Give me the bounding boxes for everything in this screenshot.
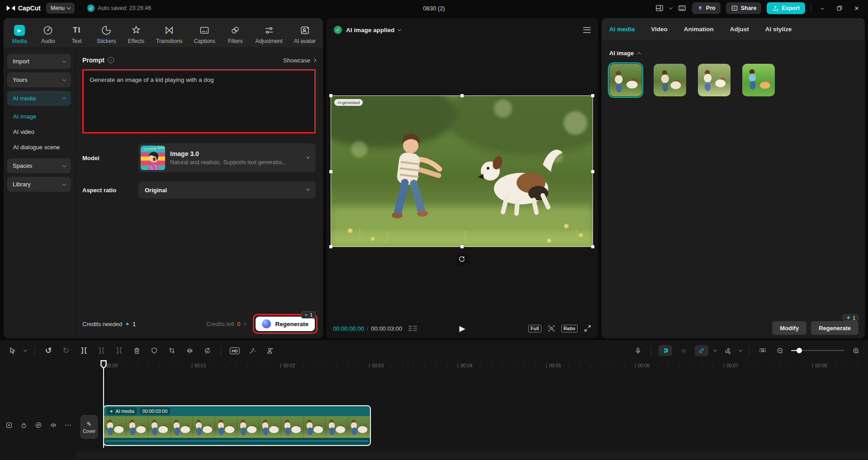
- variant-thumbnail-4[interactable]: [742, 64, 775, 96]
- empty-track[interactable]: [77, 451, 868, 459]
- tab-ai-avatar[interactable]: AI avatar: [294, 24, 316, 44]
- play-button[interactable]: ▶: [459, 324, 465, 333]
- info-icon[interactable]: i: [108, 57, 114, 63]
- frame-view-icon[interactable]: [408, 326, 417, 331]
- cursor-link-chevron-icon[interactable]: [739, 348, 742, 351]
- selection-handle[interactable]: [329, 245, 332, 248]
- tab-media[interactable]: ▶ Media: [11, 24, 28, 44]
- variant-thumbnail-1[interactable]: [609, 64, 642, 96]
- cursor-link-icon[interactable]: [722, 345, 734, 356]
- cover-button[interactable]: ✎ Cover: [81, 415, 98, 439]
- split-icon[interactable]: ][: [78, 345, 90, 356]
- export-button[interactable]: Export: [767, 2, 805, 14]
- playhead-line[interactable]: [103, 362, 104, 448]
- ai-image-section-header[interactable]: AI image: [609, 50, 857, 57]
- credits-left-link[interactable]: Credits left 0: [206, 321, 246, 327]
- tab-transitions[interactable]: Transitions: [156, 24, 182, 44]
- select-cursor-icon[interactable]: [6, 345, 18, 356]
- character-add-icon[interactable]: [264, 345, 276, 356]
- sidebar-item-import[interactable]: Import: [7, 54, 71, 69]
- regenerate-variant-button[interactable]: Regenerate: [811, 321, 859, 335]
- selection-handle[interactable]: [329, 170, 332, 173]
- tab-effects[interactable]: Effects: [128, 24, 145, 44]
- lock-track-icon[interactable]: [20, 422, 27, 429]
- refresh-image-button[interactable]: [455, 252, 469, 266]
- delete-left-icon[interactable]: ][: [95, 345, 107, 356]
- menu-button[interactable]: Menu: [46, 3, 75, 14]
- sidebar-item-spaces[interactable]: Spaces: [7, 158, 71, 173]
- close-button[interactable]: ✕: [851, 5, 863, 12]
- playhead-handle[interactable]: [100, 360, 107, 369]
- tab-filters[interactable]: Filters: [227, 24, 244, 44]
- tab-ai-media[interactable]: AI media: [609, 26, 635, 33]
- timeline-zoom-slider[interactable]: [791, 350, 844, 351]
- auto-link-icon[interactable]: [695, 345, 708, 356]
- hd-quality-icon[interactable]: HD: [229, 345, 241, 356]
- ratio-button[interactable]: Ratio: [561, 325, 578, 332]
- preview-axis-icon[interactable]: [757, 345, 768, 356]
- minimize-button[interactable]: –: [816, 5, 828, 12]
- track-preview-icon[interactable]: [5, 422, 13, 429]
- selection-handle[interactable]: [460, 94, 464, 97]
- tab-adjust[interactable]: Adjust: [730, 26, 749, 33]
- magic-wand-icon[interactable]: [247, 345, 258, 356]
- sidebar-item-ai-video[interactable]: AI video: [7, 125, 71, 138]
- showcase-link[interactable]: Showcase: [283, 57, 316, 64]
- zoom-in-icon[interactable]: [850, 345, 862, 356]
- restore-button[interactable]: [834, 5, 845, 11]
- prompt-input[interactable]: Generate an image of a kid playing with …: [82, 69, 316, 133]
- full-quality-button[interactable]: Full: [528, 325, 541, 332]
- magnet-snap-icon[interactable]: [659, 345, 672, 356]
- pro-button[interactable]: Pro: [692, 2, 721, 14]
- variant-thumbnail-3[interactable]: [698, 64, 730, 96]
- sidebar-item-library[interactable]: Library: [7, 177, 71, 192]
- zoom-out-icon[interactable]: [774, 345, 786, 356]
- mute-track-icon[interactable]: [50, 422, 57, 429]
- tab-audio[interactable]: Audio: [39, 24, 57, 44]
- mirror-icon[interactable]: [184, 345, 195, 356]
- sidebar-item-ai-dialogue-scene[interactable]: AI dialogue scene: [7, 140, 71, 154]
- sidebar-item-ai-media[interactable]: AI media: [7, 91, 71, 106]
- tab-animation[interactable]: Animation: [684, 26, 714, 33]
- chevron-down-icon[interactable]: [398, 27, 401, 31]
- ai-media-clip[interactable]: ✦ AI media 00:00:03:00: [103, 405, 371, 446]
- sidebar-item-ai-image[interactable]: AI image: [7, 109, 71, 123]
- share-button[interactable]: Share: [726, 2, 762, 14]
- undo-icon[interactable]: ↺: [43, 345, 54, 356]
- layout-icon[interactable]: [655, 4, 664, 13]
- timeline-ruler[interactable]: 00:0000:0100:0200:0300:0400:0500:0600:07…: [0, 361, 868, 371]
- regenerate-button[interactable]: Regenerate ✦ 1: [256, 317, 315, 331]
- selection-handle[interactable]: [329, 94, 332, 97]
- layout-chevron-icon[interactable]: [669, 5, 673, 9]
- shortcut-keyboard-icon[interactable]: [678, 4, 687, 13]
- selection-handle[interactable]: [591, 170, 594, 173]
- more-options-icon[interactable]: ⋯: [65, 421, 71, 429]
- link-chevron-icon[interactable]: [713, 348, 717, 351]
- hide-track-icon[interactable]: [35, 422, 42, 429]
- tab-captions[interactable]: Captions: [194, 24, 215, 44]
- tab-stickers[interactable]: Stickers: [97, 24, 116, 44]
- selection-handle[interactable]: [460, 245, 464, 248]
- tab-video[interactable]: Video: [651, 26, 668, 33]
- aspect-ratio-select[interactable]: Original: [138, 181, 316, 199]
- preview-image[interactable]: AI-generated: [331, 96, 593, 247]
- selection-handle[interactable]: [591, 94, 594, 97]
- mask-icon[interactable]: [148, 345, 160, 356]
- modify-button[interactable]: Modify: [772, 321, 806, 335]
- sidebar-item-yours[interactable]: Yours: [7, 72, 71, 87]
- tab-text[interactable]: TI Text: [68, 24, 85, 44]
- variant-thumbnail-2[interactable]: [654, 64, 686, 96]
- crop-icon[interactable]: [166, 345, 178, 356]
- selection-handle[interactable]: [591, 245, 594, 248]
- tab-adjustment[interactable]: Adjustment: [256, 24, 283, 44]
- redo-icon[interactable]: ↻: [60, 345, 72, 356]
- model-select[interactable]: Coming Soon! Image 3.0 Natural and reali…: [138, 143, 316, 172]
- delete-right-icon[interactable]: ][: [113, 345, 125, 356]
- record-voiceover-icon[interactable]: [632, 345, 644, 356]
- replace-icon[interactable]: [201, 345, 213, 356]
- link-off-icon[interactable]: [678, 345, 689, 356]
- preview-menu-icon[interactable]: [583, 27, 591, 33]
- zoom-fit-icon[interactable]: [547, 324, 555, 332]
- tab-ai-stylize[interactable]: AI stylize: [765, 26, 792, 33]
- zoom-slider-knob[interactable]: [797, 348, 802, 353]
